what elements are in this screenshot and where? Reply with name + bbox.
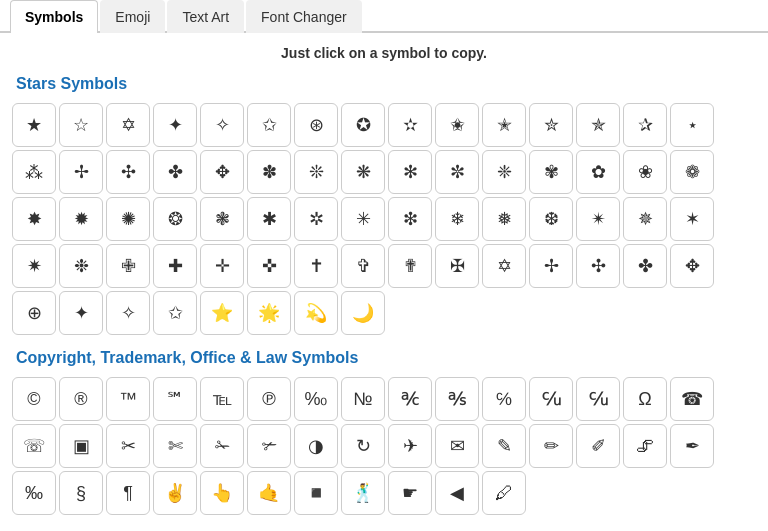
- symbol-btn-0-0[interactable]: ★: [12, 103, 56, 147]
- symbol-btn-1-5[interactable]: ℗: [247, 377, 291, 421]
- symbol-btn-0-30[interactable]: ✸: [12, 197, 56, 241]
- symbol-btn-0-63[interactable]: ✩: [153, 291, 197, 335]
- symbol-btn-1-10[interactable]: ℅: [482, 377, 526, 421]
- symbol-btn-0-37[interactable]: ✳: [341, 197, 385, 241]
- symbol-btn-0-44[interactable]: ✶: [670, 197, 714, 241]
- symbol-btn-0-34[interactable]: ❃: [200, 197, 244, 241]
- symbol-btn-0-5[interactable]: ✩: [247, 103, 291, 147]
- symbol-btn-0-46[interactable]: ❉: [59, 244, 103, 288]
- symbol-btn-1-35[interactable]: 🤙: [247, 471, 291, 515]
- symbol-btn-0-41[interactable]: ❆: [529, 197, 573, 241]
- symbol-btn-1-37[interactable]: 🕺: [341, 471, 385, 515]
- symbol-btn-0-61[interactable]: ✦: [59, 291, 103, 335]
- symbol-btn-1-6[interactable]: %₀: [294, 377, 338, 421]
- symbol-btn-1-11[interactable]: ℆: [529, 377, 573, 421]
- tab-symbols[interactable]: Symbols: [10, 0, 98, 33]
- symbol-btn-0-45[interactable]: ✷: [12, 244, 56, 288]
- symbol-btn-0-57[interactable]: ✣: [576, 244, 620, 288]
- symbol-btn-1-4[interactable]: ℡: [200, 377, 244, 421]
- symbol-btn-0-15[interactable]: ⁂: [12, 150, 56, 194]
- symbol-btn-0-4[interactable]: ✧: [200, 103, 244, 147]
- symbol-btn-0-48[interactable]: ✚: [153, 244, 197, 288]
- symbol-btn-0-20[interactable]: ✽: [247, 150, 291, 194]
- symbol-btn-1-30[interactable]: ‰: [12, 471, 56, 515]
- symbol-btn-0-54[interactable]: ✠: [435, 244, 479, 288]
- symbol-btn-1-22[interactable]: ↻: [341, 424, 385, 468]
- symbol-btn-1-21[interactable]: ◑: [294, 424, 338, 468]
- symbol-btn-1-24[interactable]: ✉: [435, 424, 479, 468]
- symbol-btn-0-22[interactable]: ❋: [341, 150, 385, 194]
- symbol-btn-0-14[interactable]: ⋆: [670, 103, 714, 147]
- symbol-btn-1-13[interactable]: Ω: [623, 377, 667, 421]
- symbol-btn-1-20[interactable]: ✃: [247, 424, 291, 468]
- symbol-btn-1-26[interactable]: ✏: [529, 424, 573, 468]
- symbol-btn-0-55[interactable]: ✡: [482, 244, 526, 288]
- symbol-btn-0-16[interactable]: ✢: [59, 150, 103, 194]
- symbol-btn-0-38[interactable]: ❇: [388, 197, 432, 241]
- symbol-btn-0-8[interactable]: ✫: [388, 103, 432, 147]
- symbol-btn-1-17[interactable]: ✂: [106, 424, 150, 468]
- symbol-btn-1-23[interactable]: ✈: [388, 424, 432, 468]
- symbol-btn-0-66[interactable]: 💫: [294, 291, 338, 335]
- symbol-btn-0-32[interactable]: ✺: [106, 197, 150, 241]
- symbol-btn-0-23[interactable]: ✻: [388, 150, 432, 194]
- symbol-btn-1-1[interactable]: ®: [59, 377, 103, 421]
- symbol-btn-0-18[interactable]: ✤: [153, 150, 197, 194]
- symbol-btn-0-65[interactable]: 🌟: [247, 291, 291, 335]
- symbol-btn-0-67[interactable]: 🌙: [341, 291, 385, 335]
- symbol-btn-1-31[interactable]: §: [59, 471, 103, 515]
- symbol-btn-0-17[interactable]: ✣: [106, 150, 150, 194]
- symbol-btn-0-43[interactable]: ✵: [623, 197, 667, 241]
- symbol-btn-1-36[interactable]: ◾: [294, 471, 338, 515]
- symbol-btn-1-12[interactable]: ℆: [576, 377, 620, 421]
- symbol-btn-0-3[interactable]: ✦: [153, 103, 197, 147]
- symbol-btn-0-49[interactable]: ✛: [200, 244, 244, 288]
- symbol-btn-0-21[interactable]: ❊: [294, 150, 338, 194]
- symbol-btn-1-0[interactable]: ©: [12, 377, 56, 421]
- symbol-btn-1-40[interactable]: 🖊: [482, 471, 526, 515]
- symbol-btn-0-11[interactable]: ✮: [529, 103, 573, 147]
- symbol-btn-0-28[interactable]: ❀: [623, 150, 667, 194]
- symbol-btn-1-38[interactable]: ☛: [388, 471, 432, 515]
- symbol-btn-0-50[interactable]: ✜: [247, 244, 291, 288]
- symbol-btn-1-29[interactable]: ✒: [670, 424, 714, 468]
- symbol-btn-0-9[interactable]: ✬: [435, 103, 479, 147]
- symbol-btn-0-24[interactable]: ✼: [435, 150, 479, 194]
- symbol-btn-1-3[interactable]: ℠: [153, 377, 197, 421]
- symbol-btn-0-53[interactable]: ✟: [388, 244, 432, 288]
- symbol-btn-1-25[interactable]: ✎: [482, 424, 526, 468]
- symbol-btn-0-1[interactable]: ☆: [59, 103, 103, 147]
- symbol-btn-0-25[interactable]: ❈: [482, 150, 526, 194]
- symbol-btn-1-16[interactable]: ▣: [59, 424, 103, 468]
- tab-text-art[interactable]: Text Art: [167, 0, 244, 33]
- symbol-btn-0-60[interactable]: ⊕: [12, 291, 56, 335]
- symbol-btn-0-40[interactable]: ❅: [482, 197, 526, 241]
- symbol-btn-1-2[interactable]: ™: [106, 377, 150, 421]
- symbol-btn-0-29[interactable]: ❁: [670, 150, 714, 194]
- symbol-btn-0-39[interactable]: ❄: [435, 197, 479, 241]
- symbol-btn-0-12[interactable]: ✯: [576, 103, 620, 147]
- symbol-btn-0-31[interactable]: ✹: [59, 197, 103, 241]
- symbol-btn-0-2[interactable]: ✡: [106, 103, 150, 147]
- symbol-btn-0-33[interactable]: ❂: [153, 197, 197, 241]
- symbol-btn-0-47[interactable]: ✙: [106, 244, 150, 288]
- symbol-btn-1-18[interactable]: ✄: [153, 424, 197, 468]
- symbol-btn-1-14[interactable]: ☎: [670, 377, 714, 421]
- tab-emoji[interactable]: Emoji: [100, 0, 165, 33]
- symbol-btn-1-9[interactable]: ℁: [435, 377, 479, 421]
- symbol-btn-1-33[interactable]: ✌: [153, 471, 197, 515]
- symbol-btn-1-15[interactable]: ☏: [12, 424, 56, 468]
- symbol-btn-1-27[interactable]: ✐: [576, 424, 620, 468]
- symbol-btn-0-62[interactable]: ✧: [106, 291, 150, 335]
- symbol-btn-0-51[interactable]: ✝: [294, 244, 338, 288]
- tab-font-changer[interactable]: Font Changer: [246, 0, 362, 33]
- symbol-btn-0-58[interactable]: ✤: [623, 244, 667, 288]
- symbol-btn-0-13[interactable]: ✰: [623, 103, 667, 147]
- symbol-btn-1-32[interactable]: ¶: [106, 471, 150, 515]
- symbol-btn-1-34[interactable]: 👆: [200, 471, 244, 515]
- symbol-btn-0-26[interactable]: ✾: [529, 150, 573, 194]
- symbol-btn-0-36[interactable]: ✲: [294, 197, 338, 241]
- symbol-btn-0-27[interactable]: ✿: [576, 150, 620, 194]
- symbol-btn-0-19[interactable]: ✥: [200, 150, 244, 194]
- symbol-btn-1-19[interactable]: ✁: [200, 424, 244, 468]
